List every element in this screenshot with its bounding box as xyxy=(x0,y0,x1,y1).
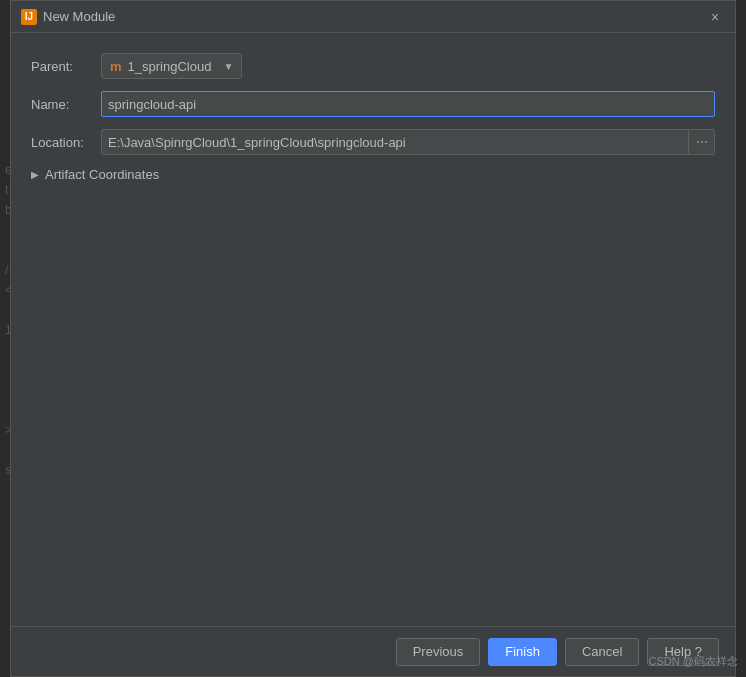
browse-button[interactable]: ⋯ xyxy=(689,129,715,155)
app-icon: IJ xyxy=(21,9,37,25)
parent-row: Parent: m 1_springCloud ▼ xyxy=(31,53,715,79)
artifact-expand-icon: ▶ xyxy=(31,169,39,180)
location-row: Location: ⋯ xyxy=(31,129,715,155)
previous-button[interactable]: Previous xyxy=(396,638,481,666)
location-label: Location: xyxy=(31,135,101,150)
name-input[interactable] xyxy=(101,91,715,117)
new-module-dialog: IJ New Module × Parent: m 1_springCloud … xyxy=(10,0,736,677)
parent-module-icon: m xyxy=(110,59,122,74)
parent-dropdown[interactable]: m 1_springCloud ▼ xyxy=(101,53,242,79)
title-bar: IJ New Module × xyxy=(11,1,735,33)
title-bar-left: IJ New Module xyxy=(21,9,115,25)
dialog-content: Parent: m 1_springCloud ▼ Name: Location… xyxy=(11,33,735,345)
watermark: CSDN @码农祥念 xyxy=(649,654,738,669)
close-button[interactable]: × xyxy=(705,7,725,27)
artifact-coordinates-section[interactable]: ▶ Artifact Coordinates xyxy=(31,167,715,182)
content-spacer xyxy=(11,345,735,627)
parent-value: 1_springCloud xyxy=(128,59,212,74)
dialog-title: New Module xyxy=(43,9,115,24)
name-row: Name: xyxy=(31,91,715,117)
cancel-button[interactable]: Cancel xyxy=(565,638,639,666)
folder-icon: ⋯ xyxy=(696,135,708,149)
dropdown-arrow-icon: ▼ xyxy=(223,61,233,72)
dialog-footer: Previous Finish Cancel Help ? xyxy=(11,626,735,676)
artifact-label: Artifact Coordinates xyxy=(45,167,159,182)
parent-label: Parent: xyxy=(31,59,101,74)
finish-button[interactable]: Finish xyxy=(488,638,557,666)
name-label: Name: xyxy=(31,97,101,112)
location-input[interactable] xyxy=(101,129,689,155)
